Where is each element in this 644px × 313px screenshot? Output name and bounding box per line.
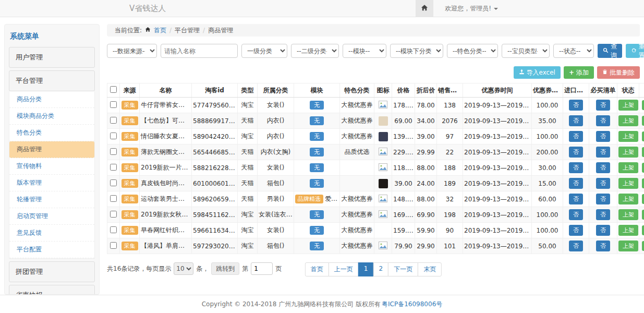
module-badge: 无 [310, 148, 324, 156]
must-buy-toggle-button[interactable]: 否 [596, 131, 610, 142]
import-toggle-button[interactable]: 否 [569, 131, 583, 142]
sidebar-item-宣传物料[interactable]: 宣传物料 [9, 158, 94, 175]
edit-button[interactable] [642, 147, 644, 157]
import-toggle-button[interactable]: 否 [569, 147, 583, 158]
module-text: 爱上运动 [325, 195, 340, 202]
sidebar-item-特色分类[interactable]: 特色分类 [9, 125, 94, 141]
sidebar-group-省惠快报[interactable]: 省惠快报 [9, 285, 95, 295]
import-toggle-button[interactable]: 否 [569, 100, 583, 111]
edit-button[interactable] [642, 241, 644, 251]
filter-select[interactable]: --数据来源-- [107, 44, 157, 58]
status-button[interactable]: 上架 [618, 147, 638, 158]
edit-button[interactable] [642, 210, 644, 220]
sidebar-item-模块商品分类[interactable]: 模块商品分类 [9, 108, 94, 125]
status-button[interactable]: 上架 [618, 115, 638, 126]
select-all-checkbox[interactable] [110, 86, 117, 93]
table-row: 采集早春网红针织外套女春...596611634525淘宝女装()无大额优惠券1… [107, 223, 644, 238]
filter-select[interactable]: --特色分类-- [447, 44, 498, 58]
must-buy-toggle-button[interactable]: 否 [596, 240, 610, 251]
filter-select[interactable]: --状态-- [553, 44, 594, 58]
edit-button[interactable] [642, 163, 644, 173]
edit-button[interactable] [642, 178, 644, 188]
status-button[interactable]: 上架 [618, 131, 638, 142]
sidebar-item-启动页管理[interactable]: 启动页管理 [9, 208, 94, 225]
row-checkbox[interactable] [110, 179, 117, 186]
row-checkbox[interactable] [110, 133, 117, 139]
edit-button[interactable] [642, 116, 644, 126]
import-toggle-button[interactable]: 否 [569, 178, 583, 189]
import-toggle-button[interactable]: 否 [569, 115, 583, 126]
icp-link[interactable]: 粤ICP备16098006号 [382, 300, 442, 309]
edit-button[interactable] [642, 100, 644, 110]
caret-down-icon [494, 8, 498, 10]
search-button[interactable]: 查询 [598, 44, 622, 58]
status-button[interactable]: 上架 [618, 194, 638, 204]
edit-button[interactable] [642, 194, 644, 204]
import-toggle-button[interactable]: 否 [569, 240, 583, 251]
row-checkbox[interactable] [110, 195, 117, 202]
page-button-末页[interactable]: 末页 [418, 262, 442, 276]
user-menu[interactable]: 欢迎您，管理员! [445, 4, 498, 13]
row-checkbox[interactable] [110, 226, 117, 233]
import-excel-button[interactable]: 导入excel [514, 66, 561, 79]
add-button[interactable]: + 添加 [564, 66, 594, 79]
filter-select[interactable]: --模块-- [343, 44, 386, 58]
import-toggle-button[interactable]: 否 [569, 194, 583, 204]
filter-select[interactable]: --二级分类-- [291, 44, 339, 58]
sidebar-item-版本管理[interactable]: 版本管理 [9, 175, 94, 191]
actions-cell [639, 207, 644, 223]
actions-cell [639, 238, 644, 254]
home-button[interactable] [416, 0, 433, 17]
name-search-input[interactable] [161, 44, 238, 58]
page-button-下一页[interactable]: 下一页 [388, 262, 418, 276]
reset-button[interactable]: 重置 [626, 44, 644, 58]
must-buy-toggle-button[interactable]: 否 [596, 225, 610, 236]
import-toggle-button[interactable]: 否 [569, 225, 583, 236]
must-buy-toggle-button[interactable]: 否 [596, 115, 610, 126]
search-icon [603, 47, 609, 55]
status-button[interactable]: 上架 [618, 225, 638, 236]
must-buy-toggle-button[interactable]: 否 [596, 162, 610, 173]
row-checkbox[interactable] [110, 164, 117, 171]
must-buy-toggle-button[interactable]: 否 [596, 147, 610, 158]
sidebar-item-平台配置[interactable]: 平台配置 [9, 242, 94, 258]
must-buy-toggle-button[interactable]: 否 [596, 209, 610, 220]
row-checkbox[interactable] [110, 148, 117, 155]
import-toggle-button[interactable]: 否 [569, 209, 583, 220]
row-checkbox[interactable] [110, 211, 117, 218]
page-button-首页[interactable]: 首页 [305, 262, 329, 276]
sidebar-item-商品分类[interactable]: 商品分类 [9, 91, 94, 108]
status-button[interactable]: 上架 [618, 178, 638, 189]
status-button[interactable]: 上架 [618, 209, 638, 220]
row-checkbox[interactable] [110, 242, 117, 249]
sidebar-group-平台管理[interactable]: 平台管理 [9, 70, 95, 91]
filter-select[interactable]: --模块下分类-- [390, 44, 443, 58]
jump-button[interactable]: 跳转到 [211, 262, 239, 275]
status-button[interactable]: 上架 [618, 162, 638, 173]
edit-button[interactable] [642, 131, 644, 141]
row-checkbox[interactable] [110, 117, 117, 124]
page-button-1[interactable]: 1 [358, 262, 374, 276]
breadcrumb-home-link[interactable]: 首页 [154, 26, 166, 35]
sidebar-item-意见反馈[interactable]: 意见反馈 [9, 225, 94, 242]
must-buy-toggle-button[interactable]: 否 [596, 178, 610, 189]
filter-select[interactable]: --宝贝类型-- [502, 44, 550, 58]
edit-button[interactable] [642, 225, 644, 235]
icon-cell [374, 223, 392, 238]
sidebar-item-轮播管理[interactable]: 轮播管理 [9, 191, 94, 208]
page-size-select[interactable]: 10 [174, 262, 193, 275]
status-button[interactable]: 上架 [618, 240, 638, 251]
batch-delete-button[interactable]: 批量删除 [597, 66, 640, 79]
sidebar-group-用户管理[interactable]: 用户管理 [9, 47, 95, 68]
page-button-2[interactable]: 2 [373, 262, 389, 276]
sidebar-group-拼团管理[interactable]: 拼团管理 [9, 261, 95, 282]
sidebar-item-商品管理[interactable]: 商品管理 [9, 141, 94, 158]
filter-select[interactable]: 一级分类 [241, 44, 287, 58]
must-buy-toggle-button[interactable]: 否 [596, 100, 610, 111]
must-buy-toggle-button[interactable]: 否 [596, 194, 610, 204]
import-toggle-button[interactable]: 否 [569, 162, 583, 173]
status-button[interactable]: 上架 [618, 100, 638, 111]
page-button-上一页[interactable]: 上一页 [329, 262, 359, 276]
page-number-input[interactable] [251, 262, 273, 275]
row-checkbox[interactable] [110, 101, 117, 108]
